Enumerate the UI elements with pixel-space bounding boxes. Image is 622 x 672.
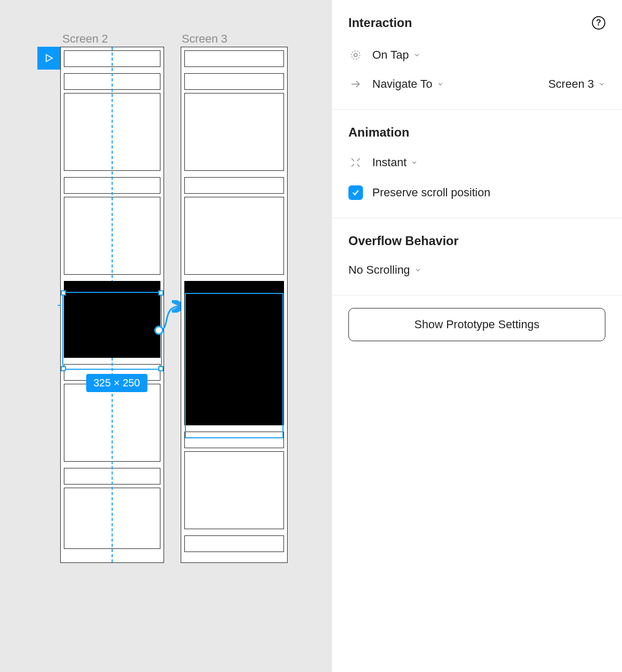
layer-rect[interactable] — [184, 93, 284, 171]
layer-selected[interactable] — [64, 281, 160, 358]
connection-handle[interactable] — [154, 326, 164, 335]
svg-point-1 — [351, 51, 360, 59]
chevron-down-icon — [411, 156, 418, 169]
chevron-down-icon — [413, 48, 421, 62]
instant-icon — [348, 155, 363, 170]
navigate-icon — [348, 77, 363, 91]
trigger-dropdown[interactable]: On Tap — [348, 43, 605, 68]
frame-label[interactable]: Screen 2 — [62, 32, 108, 46]
section-overflow: Overflow Behavior No Scrolling — [332, 218, 622, 295]
animation-type-value: Instant — [372, 156, 407, 169]
destination-dropdown[interactable]: Screen 3 — [548, 77, 605, 91]
overflow-dropdown[interactable]: No Scrolling — [348, 258, 605, 283]
prototype-start-badge[interactable] — [37, 47, 60, 70]
chevron-down-icon — [598, 77, 605, 91]
chevron-down-icon — [414, 263, 422, 277]
chevron-down-icon — [437, 77, 444, 91]
section-title: Overflow Behavior — [348, 234, 458, 248]
section-interaction: Interaction ? On Tap Navigate To — [332, 0, 622, 110]
frame-screen-2[interactable] — [60, 47, 164, 563]
destination-value: Screen 3 — [548, 77, 594, 91]
trigger-value: On Tap — [372, 48, 409, 62]
layer-rect[interactable] — [184, 451, 284, 529]
layer-rect[interactable] — [184, 535, 284, 552]
preserve-scroll-label: Preserve scroll position — [372, 186, 490, 199]
action-value: Navigate To — [372, 77, 432, 91]
layer-rect[interactable] — [184, 197, 284, 275]
section-title: Animation — [348, 125, 409, 140]
layer-target[interactable] — [184, 281, 284, 425]
animation-type-dropdown[interactable]: Instant — [348, 150, 605, 175]
show-prototype-settings-button[interactable]: Show Prototype Settings — [348, 308, 605, 341]
section-animation: Animation Instant Preserve scroll positi… — [332, 110, 622, 218]
layer-rect[interactable] — [184, 432, 284, 448]
design-canvas[interactable]: Screen 2 Screen 3 325 × 250 — [0, 0, 331, 672]
tap-icon — [348, 48, 363, 62]
help-icon[interactable]: ? — [592, 16, 605, 30]
frame-screen-3[interactable] — [181, 47, 288, 563]
layer-rect[interactable] — [184, 73, 284, 90]
selection-dimensions-pill: 325 × 250 — [86, 374, 147, 392]
alignment-tick — [58, 305, 61, 306]
properties-panel: Interaction ? On Tap Navigate To — [331, 0, 622, 672]
overflow-value: No Scrolling — [348, 263, 410, 277]
check-icon — [351, 188, 360, 197]
frame-label[interactable]: Screen 3 — [182, 32, 227, 46]
section-title: Interaction — [348, 16, 412, 30]
preserve-scroll-checkbox[interactable] — [348, 185, 363, 200]
layer-rect[interactable] — [184, 50, 284, 67]
play-icon — [44, 53, 54, 63]
layer-rect[interactable] — [184, 177, 284, 194]
action-dropdown[interactable]: Navigate To — [372, 77, 444, 91]
svg-point-0 — [354, 53, 357, 57]
